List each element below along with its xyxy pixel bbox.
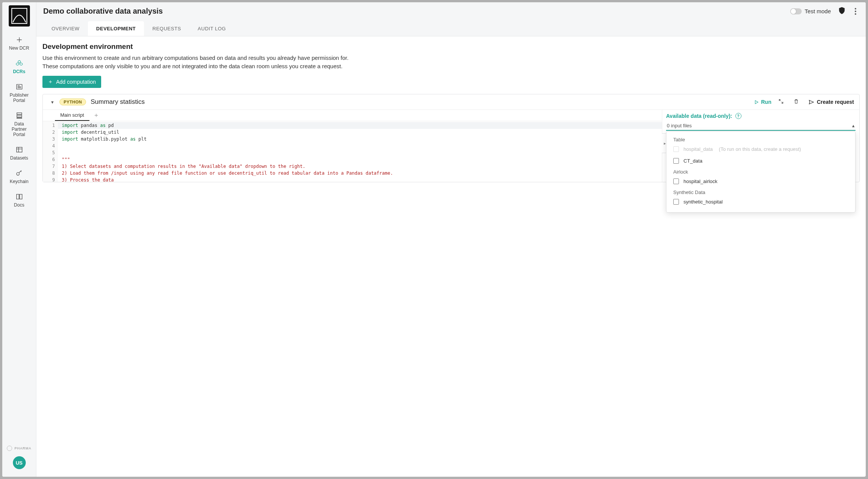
stack-icon [15,111,23,120]
line-gutter: 12345678910 [43,121,58,182]
sidebar-item-label: Docs [4,202,34,208]
page-title: Demo collaborative data analysis [43,7,163,16]
sidebar-item-label: New DCR [4,45,34,51]
available-data-panel: ▸ Available data (read-only): ? 0 input … [662,110,859,182]
shield-icon[interactable] [838,6,846,16]
sidebar-item-publisher-portal[interactable]: Publisher Portal [2,79,36,108]
expand-icon[interactable] [776,99,787,105]
language-badge: PYTHON [59,99,86,105]
add-script-button[interactable]: ＋ [93,111,99,119]
svg-rect-4 [17,118,22,119]
sidebar-item-label: Publisher Portal [4,92,34,103]
chevron-up-icon: ▴ [852,123,855,128]
sidebar-item-label: Datasets [4,155,34,161]
powered-by-badge: PHARMA [7,446,31,451]
sidebar: New DCR DCRs Publisher Portal Data Partn… [2,2,36,477]
checkbox-icon [673,146,679,152]
book-icon [15,193,23,201]
cubes-icon [15,59,23,67]
plus-icon: ＋ [48,78,53,85]
code-editor[interactable]: Main script ＋ 12345678910 import pandas … [43,110,662,182]
plus-icon [15,36,23,44]
input-files-select[interactable]: 0 input files ▴ [666,121,855,131]
app-logo [9,5,30,27]
section-description: Use this environment to create and run a… [42,54,860,70]
help-icon[interactable]: ? [735,113,741,119]
svg-rect-3 [17,115,22,117]
code-source[interactable]: import pandas as pdimport decentriq_util… [58,121,662,182]
checkbox-icon[interactable] [673,158,679,164]
add-computation-button[interactable]: ＋ Add computation [42,76,101,88]
topbar: Demo collaborative data analysis Test mo… [36,2,866,36]
sidebar-item-label: DCRs [4,69,34,74]
available-data-title: Available data (read-only): ? [666,113,855,119]
key-icon [15,169,23,177]
sidebar-item-dcrs[interactable]: DCRs [2,55,36,79]
tab-audit-log[interactable]: AUDIT LOG [189,21,234,36]
sidebar-item-label: Keychain [4,179,34,184]
create-request-button[interactable]: Create request [809,99,854,105]
tab-overview[interactable]: OVERVIEW [43,21,88,36]
computation-card: ▾ PYTHON Summary statistics Run [42,94,860,182]
dropdown-item: hospital_data(To run on this data, creat… [666,143,855,155]
available-data-dropdown: Tablehospital_data(To run on this data, … [666,131,855,213]
main-tabs: OVERVIEW DEVELOPMENT REQUESTS AUDIT LOG [43,20,859,36]
more-menu-button[interactable] [852,8,859,15]
computation-name[interactable]: Summary statistics [91,98,145,106]
dropdown-group-label: Airlock [666,167,855,175]
user-avatar[interactable]: US [13,456,26,469]
checkbox-icon[interactable] [673,199,679,205]
sidebar-item-data-partner-portal[interactable]: Data Partner Portal [2,108,36,142]
dropdown-group-label: Synthetic Data [666,187,855,196]
sidebar-item-label: Data Partner Portal [4,121,34,137]
sidebar-item-keychain[interactable]: Keychain [2,165,36,189]
script-tab-main[interactable]: Main script [55,110,89,121]
table-icon [15,146,23,154]
sidebar-item-datasets[interactable]: Datasets [2,142,36,165]
newspaper-icon [15,83,23,91]
sidebar-item-docs[interactable]: Docs [2,189,36,212]
dropdown-group-label: Table [666,135,855,143]
sidebar-item-new-dcr[interactable]: New DCR [2,32,36,55]
collapse-toggle[interactable]: ▾ [50,99,55,105]
svg-point-6 [16,172,19,175]
run-button[interactable]: Run [754,99,771,105]
dropdown-item[interactable]: CT_data [666,155,855,167]
test-mode-toggle[interactable] [790,8,802,14]
tab-development[interactable]: DEVELOPMENT [88,21,144,36]
checkbox-icon[interactable] [673,178,679,184]
svg-rect-5 [16,147,22,152]
test-mode-label: Test mode [805,8,831,14]
section-title: Development environment [42,42,860,51]
dropdown-item[interactable]: synthetic_hospital [666,196,855,208]
delete-icon[interactable] [791,99,802,105]
dropdown-item[interactable]: hospital_airlock [666,175,855,187]
svg-rect-0 [12,8,27,23]
tab-requests[interactable]: REQUESTS [144,21,189,36]
svg-rect-2 [17,113,22,115]
